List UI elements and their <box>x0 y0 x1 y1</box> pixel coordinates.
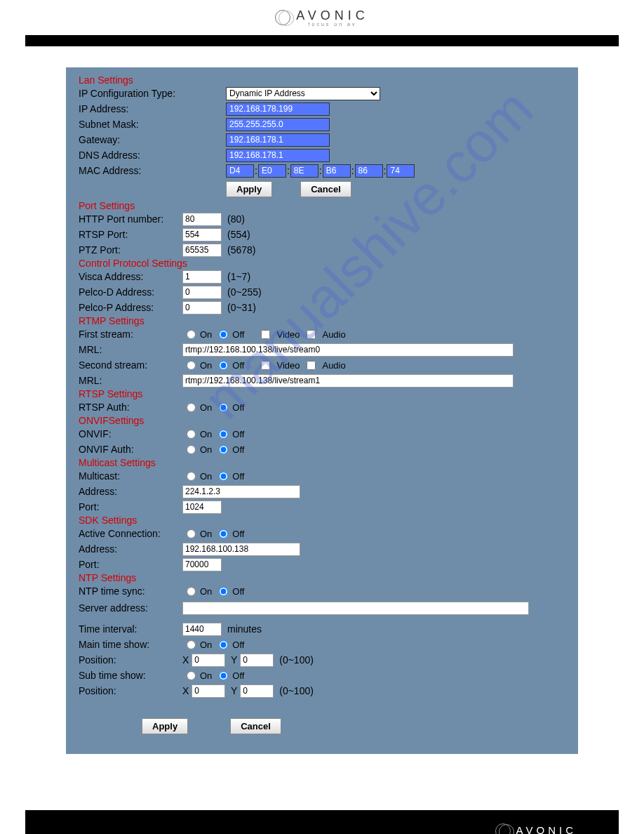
mac-2[interactable] <box>258 164 286 178</box>
sub-y-input[interactable] <box>240 684 274 698</box>
mac-3[interactable] <box>290 164 318 178</box>
visca-input[interactable] <box>182 270 222 284</box>
second-video-check[interactable] <box>261 361 270 370</box>
visca-label: Visca Address: <box>79 271 182 282</box>
multicast-on-radio[interactable] <box>187 472 196 481</box>
rtsp-auth-label: RTSP Auth: <box>79 402 182 413</box>
sub-x-input[interactable] <box>192 684 225 698</box>
mrl1-input[interactable] <box>182 343 514 357</box>
sdk-port-label: Port: <box>79 559 182 570</box>
sdk-off-radio[interactable] <box>219 529 228 538</box>
sdk-on-radio[interactable] <box>187 529 196 538</box>
section-sdk-title: SDK Settings <box>79 515 570 526</box>
main-pos-label: Position: <box>79 654 182 666</box>
lan-cancel-button[interactable]: Cancel <box>300 181 351 197</box>
onvif-auth-on-radio[interactable] <box>187 445 196 454</box>
first-stream-on-radio[interactable] <box>187 330 196 339</box>
bottom-apply-button[interactable]: Apply <box>142 718 188 734</box>
ip-config-select[interactable]: Dynamic IP Address <box>226 87 380 100</box>
visca-hint: (1~7) <box>227 271 250 282</box>
pelcod-hint: (0~255) <box>227 286 262 298</box>
sub-pos-label: Position: <box>79 685 182 696</box>
dns-input[interactable] <box>226 149 330 162</box>
brand-name: AVONIC <box>296 8 369 23</box>
main-pos-hint: (0~100) <box>279 654 314 666</box>
gateway-input[interactable] <box>226 133 330 147</box>
second-stream-off-radio[interactable] <box>219 361 228 370</box>
header-bar <box>25 35 619 46</box>
http-port-label: HTTP Port number: <box>79 213 182 225</box>
http-port-input[interactable] <box>182 213 222 226</box>
logo-top: AVONIC focus on av <box>275 8 369 27</box>
gateway-label: Gateway: <box>79 134 226 145</box>
rtsp-auth-on-radio[interactable] <box>187 403 196 412</box>
multicast-off-radio[interactable] <box>219 472 228 481</box>
multicast-addr-label: Address: <box>79 486 182 497</box>
main-x-input[interactable] <box>192 654 225 667</box>
section-port-title: Port Settings <box>79 200 570 211</box>
second-stream-on-radio[interactable] <box>187 361 196 370</box>
onvif-off-radio[interactable] <box>219 430 228 439</box>
mac-4[interactable] <box>323 164 351 178</box>
pelcod-input[interactable] <box>182 286 222 299</box>
second-audio-check[interactable] <box>307 361 316 370</box>
ptz-port-input[interactable] <box>182 244 222 257</box>
pelcop-label: Pelco-P Address: <box>79 302 182 313</box>
sdk-port-input[interactable] <box>182 558 222 571</box>
mac-5[interactable] <box>355 164 383 178</box>
ip-config-label: IP Configuration Type: <box>79 88 226 99</box>
pelcop-hint: (0~31) <box>227 302 256 313</box>
section-lan-title: Lan Settings <box>79 74 570 86</box>
main-time-on-radio[interactable] <box>187 640 196 649</box>
sdk-active-label: Active Connection: <box>79 528 182 539</box>
pelcop-input[interactable] <box>182 301 222 315</box>
sub-time-off-radio[interactable] <box>219 671 228 680</box>
ntp-server-label: Server address: <box>79 602 182 614</box>
logo-footer-icon <box>495 823 511 834</box>
first-stream-off-radio[interactable] <box>219 330 228 339</box>
sub-time-on-radio[interactable] <box>187 671 196 680</box>
first-video-check[interactable] <box>261 330 270 339</box>
ip-address-input[interactable] <box>226 102 330 116</box>
logo-icon <box>275 10 290 25</box>
mac-1[interactable] <box>226 164 254 178</box>
ntp-interval-unit: minutes <box>227 623 262 635</box>
section-rtmp-title: RTMP Settings <box>79 315 570 326</box>
multicast-addr-input[interactable] <box>182 485 300 498</box>
logo-footer: AVONIC focus on av <box>495 823 577 834</box>
onvif-auth-label: ONVIF Auth: <box>79 444 182 455</box>
rtsp-auth-off-radio[interactable] <box>219 403 228 412</box>
section-rtsp-title: RTSP Settings <box>79 388 570 399</box>
section-ntp-title: NTP Settings <box>79 572 570 583</box>
rtsp-port-input[interactable] <box>182 228 222 241</box>
ntp-sync-off-radio[interactable] <box>219 587 228 596</box>
rtsp-port-label: RTSP Port: <box>79 229 182 240</box>
ip-address-label: IP Address: <box>79 103 226 114</box>
mac-6[interactable] <box>387 164 415 178</box>
bottom-cancel-button[interactable]: Cancel <box>230 718 281 734</box>
lan-apply-button[interactable]: Apply <box>226 181 272 197</box>
mrl2-input[interactable] <box>182 374 514 388</box>
subnet-input[interactable] <box>226 118 330 131</box>
onvif-on-radio[interactable] <box>187 430 196 439</box>
multicast-label: Multicast: <box>79 470 182 482</box>
ntp-sync-on-radio[interactable] <box>187 587 196 596</box>
mrl1-label: MRL: <box>79 344 182 355</box>
rtsp-port-hint: (554) <box>227 229 250 240</box>
second-stream-label: Second stream: <box>79 359 182 371</box>
subnet-label: Subnet Mask: <box>79 119 226 130</box>
main-time-off-radio[interactable] <box>219 640 228 649</box>
http-port-hint: (80) <box>227 213 245 225</box>
onvif-auth-off-radio[interactable] <box>219 445 228 454</box>
first-audio-check[interactable] <box>307 330 316 339</box>
sdk-addr-label: Address: <box>79 543 182 555</box>
ntp-server-input[interactable] <box>182 602 529 615</box>
onvif-label: ONVIF: <box>79 428 182 439</box>
ntp-interval-input[interactable] <box>182 623 222 636</box>
multicast-port-input[interactable] <box>182 501 222 514</box>
ptz-port-label: PTZ Port: <box>79 244 182 256</box>
main-y-input[interactable] <box>240 654 274 667</box>
section-onvif-title: ONVIFSettings <box>79 415 570 426</box>
main-time-label: Main time show: <box>79 639 182 650</box>
sdk-addr-input[interactable] <box>182 543 300 556</box>
